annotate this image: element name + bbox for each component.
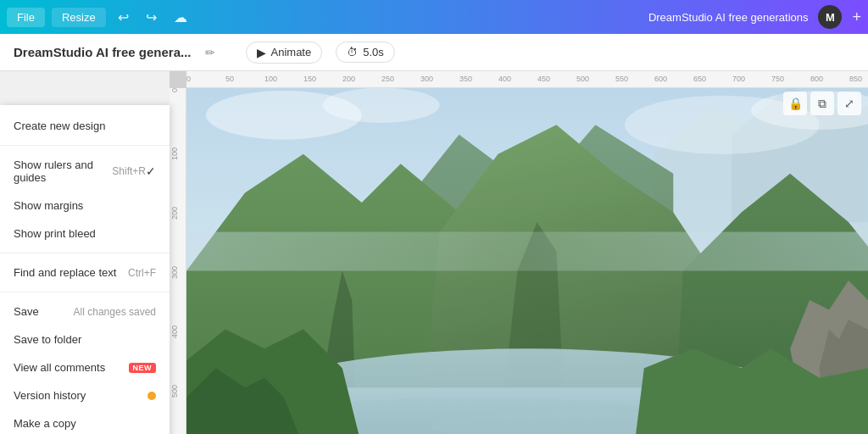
v-ruler-tick-300: 300 [170, 266, 179, 279]
animate-icon: ▶ [257, 46, 266, 59]
menu-shortcut-show-rulers: Shift+R [112, 165, 146, 177]
menu-divider-5 [0, 253, 170, 253]
vertical-ruler: 0100200300400500 [170, 88, 186, 434]
v-ruler-tick-100: 100 [170, 147, 179, 160]
menu-item-label-show-print-bleed: Show print bleed [14, 227, 96, 240]
h-ruler-tick-350: 350 [459, 75, 472, 83]
resize-label: Resize [62, 11, 96, 24]
resize-button[interactable]: Resize [52, 8, 106, 27]
edit-icon[interactable]: ✏ [205, 46, 215, 59]
menu-item-label-version-history: Version history [14, 389, 86, 402]
canvas-image [186, 88, 868, 434]
svg-point-21 [323, 88, 440, 123]
h-ruler-tick-650: 650 [693, 75, 706, 83]
copy-icon-button[interactable]: ⧉ [810, 92, 834, 115]
duration-label: 5.0s [363, 46, 384, 58]
brand-text: DreamStudio AI free generations [648, 11, 809, 24]
topbar-right: DreamStudio AI free generations M + [648, 5, 861, 29]
menu-item-show-margins[interactable]: Show margins [0, 192, 170, 220]
canvas-area: 0501001502002503003504004505005506006507… [170, 71, 868, 434]
menu-item-label-show-rulers: Show rulers and guides [14, 159, 112, 184]
secondbar: DreamStudio AI free genera... ✏ ▶ Animat… [0, 34, 868, 71]
menu-item-label-make-copy: Make a copy [14, 417, 76, 430]
h-ruler-tick-500: 500 [576, 75, 589, 83]
h-ruler-tick-0: 0 [186, 75, 191, 83]
menu-save-status: All changes saved [74, 306, 156, 318]
h-ruler-tick-150: 150 [303, 75, 316, 83]
h-ruler-tick-750: 750 [771, 75, 784, 83]
main-layout: Create new designShow rulers and guidesS… [0, 71, 868, 434]
menu-item-label-find-replace: Find and replace text [14, 266, 116, 279]
h-ruler-tick-450: 450 [537, 75, 550, 83]
h-ruler-tick-200: 200 [342, 75, 355, 83]
menu-badge-new-view-comments: NEW [129, 363, 157, 373]
menu-item-show-print-bleed[interactable]: Show print bleed [0, 220, 170, 248]
menu-badge-dot-version-history [147, 392, 156, 400]
menu-divider-7 [0, 292, 170, 292]
v-ruler-tick-400: 400 [170, 326, 179, 338]
topbar: File Resize ↩ ↪ ☁ DreamStudio AI free ge… [0, 0, 868, 34]
menu-check-show-rulers: ✓ [146, 164, 156, 178]
file-button[interactable]: File [7, 8, 45, 27]
menu-item-make-copy[interactable]: Make a copy [0, 409, 170, 434]
menu-item-create-new[interactable]: Create new design [0, 112, 170, 140]
menu-divider-1 [0, 145, 170, 146]
menu-item-label-create-new: Create new design [14, 120, 105, 132]
avatar[interactable]: M [818, 5, 842, 29]
h-ruler-tick-100: 100 [264, 75, 277, 83]
menu-item-label-save: Save [14, 305, 39, 318]
v-ruler-tick-500: 500 [170, 385, 179, 398]
landscape-svg [186, 88, 868, 434]
menu-item-view-comments[interactable]: View all commentsNEW [0, 353, 170, 381]
redo-button[interactable]: ↪ [141, 6, 162, 29]
file-dropdown-menu: Create new designShow rulers and guidesS… [0, 105, 170, 434]
menu-item-label-show-margins: Show margins [14, 199, 83, 212]
h-ruler-tick-800: 800 [810, 75, 823, 83]
horizontal-ruler: 0501001502002503003504004505005506006507… [186, 71, 868, 88]
canvas-top-right-icons: 🔒 ⧉ ⤢ [783, 92, 861, 115]
menu-item-label-view-comments: View all comments [14, 361, 105, 374]
h-ruler-tick-700: 700 [732, 75, 745, 83]
menu-item-save[interactable]: SaveAll changes saved [0, 298, 170, 326]
v-ruler-tick-200: 200 [170, 207, 179, 220]
undo-button[interactable]: ↩ [113, 6, 134, 29]
menu-shortcut-find-replace: Ctrl+F [128, 267, 156, 279]
animate-label: Animate [271, 46, 312, 58]
h-ruler-tick-600: 600 [654, 75, 667, 83]
project-title: DreamStudio AI free genera... [14, 45, 192, 59]
h-ruler-tick-50: 50 [225, 75, 234, 83]
h-ruler-tick-300: 300 [420, 75, 433, 83]
plus-button[interactable]: + [852, 8, 861, 26]
menu-item-label-save-to-folder: Save to folder [14, 333, 81, 346]
menu-item-show-rulers[interactable]: Show rulers and guidesShift+R✓ [0, 151, 170, 192]
h-ruler-tick-550: 550 [615, 75, 628, 83]
duration-button[interactable]: ⏱ 5.0s [336, 42, 395, 63]
h-ruler-tick-850: 850 [849, 75, 862, 83]
h-ruler-tick-250: 250 [381, 75, 394, 83]
expand-icon-button[interactable]: ⤢ [837, 92, 861, 115]
duration-icon: ⏱ [347, 46, 358, 58]
h-ruler-tick-400: 400 [498, 75, 511, 83]
v-ruler-tick-0: 0 [170, 88, 179, 92]
animate-button[interactable]: ▶ Animate [246, 42, 323, 64]
cloud-button[interactable]: ☁ [169, 6, 192, 29]
menu-item-save-to-folder[interactable]: Save to folder [0, 326, 170, 353]
menu-item-version-history[interactable]: Version history [0, 381, 170, 409]
lock-icon-button[interactable]: 🔒 [783, 92, 807, 115]
menu-item-find-replace[interactable]: Find and replace textCtrl+F [0, 259, 170, 287]
